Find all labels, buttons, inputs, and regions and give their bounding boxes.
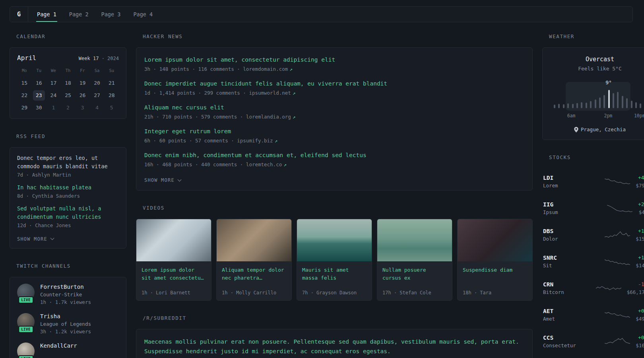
calendar-year: · 2024 — [102, 56, 119, 61]
video-card[interactable]: Lorem ipsum dolor sit amet consectetu… 1… — [136, 219, 211, 301]
weather-bar — [613, 93, 614, 108]
stock-change: -1.00% — [627, 281, 644, 287]
stock-symbol: IIG — [543, 201, 601, 208]
calendar-dow: We — [46, 68, 61, 76]
rss-item-title: In hac habitasse platea — [17, 183, 119, 192]
rss-item-title: Sed volutpat nulla nisl, a condimentum n… — [17, 204, 119, 221]
subreddit-post[interactable]: Maecenas mollis pulvinar erat non posuer… — [144, 337, 524, 358]
calendar-dow: Tu — [32, 68, 47, 76]
stocks-section-title: STOCKS — [542, 154, 644, 160]
stock-row[interactable]: AET Amet +0.92% $499.72 — [542, 302, 644, 328]
twitch-section-title: TWITCH CHANNELS — [10, 263, 126, 269]
stock-symbol: DBS — [543, 228, 599, 234]
video-card[interactable]: Nullam posuere cursus ex 17h · Stefan Co… — [377, 219, 452, 301]
video-meta: 17h · Stefan Cole — [382, 290, 447, 296]
calendar-day: 27 — [91, 90, 103, 101]
video-meta: 18h · Tara — [463, 290, 527, 296]
stock-name: Dolor — [543, 236, 599, 242]
twitch-channel[interactable]: LIVE KendallCarr — [17, 342, 119, 358]
hn-story[interactable]: Aliquam nec cursus elit 21h · 710 points… — [144, 103, 524, 120]
rss-show-more-button[interactable]: SHOW MORE — [17, 235, 54, 243]
rss-item[interactable]: Donec tempor eros leo, ut commodo mauris… — [17, 154, 119, 178]
calendar-day: 24 — [47, 90, 60, 101]
stock-sparkline — [605, 230, 630, 241]
stock-change: +0.51% — [636, 335, 644, 340]
video-title: Lorem ipsum dolor sit amet consectetu… — [142, 266, 206, 282]
stock-row[interactable]: CCS Consectetur +0.51% $165.84 — [542, 328, 644, 355]
rss-item-title: Donec tempor eros leo, ut commodo mauris… — [17, 154, 119, 171]
stock-change: +1.36% — [636, 255, 644, 261]
calendar-day-next-month: 4 — [91, 103, 103, 113]
hn-show-more-label: SHOW MORE — [144, 177, 175, 183]
stock-row[interactable]: AHS +0.46% — [542, 355, 644, 358]
live-badge: LIVE — [18, 355, 33, 358]
videos-widget: VIDEOS Lorem ipsum dolor sit amet consec… — [136, 205, 533, 301]
hn-story[interactable]: Integer eget rutrum lorem 6h · 60 points… — [144, 127, 524, 144]
calendar-day: 20 — [91, 78, 103, 88]
left-column: CALENDAR April Week 17 · 2024 Mo Tu We T… — [10, 33, 126, 358]
twitch-channel[interactable]: LIVE Trisha League of Legends 3h · 1.2k … — [17, 313, 119, 335]
calendar-day: 19 — [76, 78, 89, 88]
tab-page-2[interactable]: Page 2 — [68, 7, 89, 22]
subreddit-section-title: /R/SUBREDDIT — [136, 315, 533, 321]
hn-story[interactable]: Donec enim nibh, condimentum et accumsan… — [144, 151, 524, 167]
stock-symbol: CRN — [543, 281, 590, 288]
stock-price: $165.84 — [636, 342, 644, 348]
weather-temp-label: 9° — [605, 80, 612, 86]
calendar-day-next-month: 1 — [47, 103, 60, 113]
stock-row[interactable]: CRN Bitcorn -1.00% $66,171.48 — [542, 275, 644, 302]
calendar-week-year: Week 17 · 2024 — [79, 56, 119, 61]
weather-condition: Overcast — [549, 56, 644, 63]
hn-story-meta: 21h · 710 points · 579 comments · loreml… — [144, 114, 524, 120]
live-badge: LIVE — [18, 296, 33, 304]
stock-values: -1.00% $66,171.48 — [627, 281, 644, 295]
stock-values: +2.84% $42.04 — [638, 201, 644, 215]
live-badge: LIVE — [18, 326, 33, 333]
app-logo[interactable]: G — [17, 7, 28, 22]
hn-story-title: Aliquam nec cursus elit — [144, 103, 524, 112]
stock-values: +1.36% $148.64 — [636, 255, 644, 268]
video-card[interactable]: Mauris sit amet massa felis 7h · Grayson… — [297, 219, 372, 301]
weather-bar — [563, 104, 564, 108]
stock-symbol: SNRC — [543, 255, 599, 261]
rss-item-meta: 7d · Ashlyn Martin — [17, 172, 119, 178]
stock-row[interactable]: DBS Dolor +1.42% $156.28 — [542, 222, 644, 248]
tab-page-1[interactable]: Page 1 — [36, 7, 57, 22]
weather-bar — [595, 99, 596, 108]
topbar: G Page 1 Page 2 Page 3 Page 4 — [10, 6, 633, 22]
weather-bar — [590, 101, 592, 108]
header-divider — [28, 7, 28, 22]
stock-sparkline — [607, 203, 632, 214]
stock-price: $156.28 — [636, 236, 644, 242]
stock-row[interactable]: LDI Lorem +4.35% $795.18 — [542, 168, 644, 195]
rss-item[interactable]: Sed volutpat nulla nisl, a condimentum n… — [17, 204, 119, 228]
calendar-day: 22 — [18, 90, 31, 101]
video-title: Aliquam tempor dolor nec pharetra… — [222, 266, 286, 282]
stock-id: DBS Dolor — [543, 228, 599, 242]
stock-price: $42.04 — [638, 209, 644, 215]
twitch-avatar-wrap: LIVE — [17, 284, 35, 301]
twitch-channel-category: League of Legends — [40, 321, 91, 327]
hn-story[interactable]: Lorem ipsum dolor sit amet, consectetur … — [144, 56, 524, 72]
location-pin-icon — [574, 127, 578, 132]
weather-bar — [603, 95, 605, 108]
hn-story-title: Donec imperdiet augue tincidunt felis al… — [144, 80, 524, 88]
stock-symbol: CCS — [543, 335, 599, 341]
video-card[interactable]: Aliquam tempor dolor nec pharetra… 1h · … — [216, 219, 292, 301]
subreddit-widget: /R/SUBREDDIT Maecenas mollis pulvinar er… — [136, 315, 533, 358]
tab-page-4[interactable]: Page 4 — [132, 7, 153, 22]
tab-page-3[interactable]: Page 3 — [101, 7, 122, 22]
stock-price: $499.72 — [636, 316, 644, 322]
weather-bar — [567, 103, 569, 108]
hn-story-title: Integer eget rutrum lorem — [144, 127, 524, 136]
rss-item[interactable]: In hac habitasse platea 8d · Cynthia Sau… — [17, 183, 119, 199]
video-card[interactable]: Suspendisse diam 18h · Tara — [457, 219, 533, 301]
videos-row: Lorem ipsum dolor sit amet consectetu… 1… — [136, 219, 533, 301]
weather-time: 10pm — [634, 113, 644, 119]
stock-row[interactable]: SNRC Sit +1.36% $148.64 — [542, 248, 644, 275]
hn-story[interactable]: Donec imperdiet augue tincidunt felis al… — [144, 80, 524, 96]
stock-name: Sit — [543, 263, 599, 268]
hn-show-more-button[interactable]: SHOW MORE — [144, 176, 181, 184]
twitch-channel[interactable]: LIVE ForrestBurton Counter-Strike 1h · 1… — [17, 284, 119, 305]
stock-row[interactable]: IIG Ipsum +2.84% $42.04 — [542, 195, 644, 222]
